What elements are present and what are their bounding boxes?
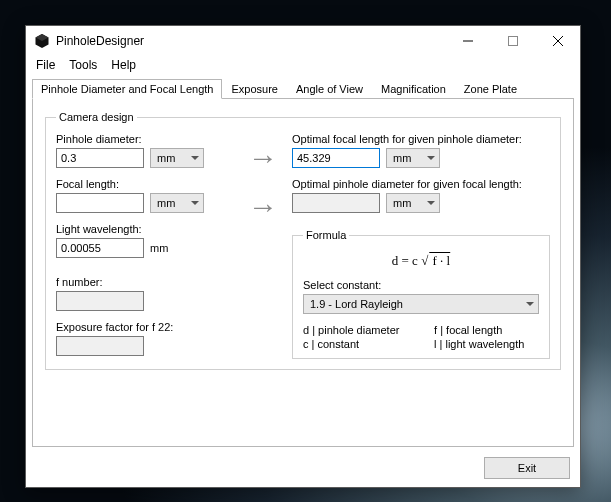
footer: Exit <box>26 453 580 487</box>
formula-legend-grid: d | pinhole diameter f | focal length c … <box>303 324 539 350</box>
output-optimal-focal[interactable] <box>292 148 380 168</box>
legend-f: f | focal length <box>434 324 539 336</box>
select-constant[interactable]: 1.9 - Lord Rayleigh <box>303 294 539 314</box>
tab-pinhole-diameter[interactable]: Pinhole Diameter and Focal Length <box>32 79 222 99</box>
menubar: File Tools Help <box>26 56 580 76</box>
camera-design-group: Camera design Pinhole diameter: mm Focal… <box>45 111 561 370</box>
tab-magnification[interactable]: Magnification <box>372 79 455 99</box>
menu-help[interactable]: Help <box>111 58 136 72</box>
input-light-wavelength[interactable] <box>56 238 144 258</box>
chevron-down-icon <box>526 302 534 306</box>
output-f-number <box>56 291 144 311</box>
tab-zone-plate[interactable]: Zone Plate <box>455 79 526 99</box>
input-focal-length[interactable] <box>56 193 144 213</box>
chevron-down-icon <box>427 156 435 160</box>
unit-pinhole-diameter[interactable]: mm <box>150 148 204 168</box>
close-button[interactable] <box>535 26 580 56</box>
minimize-button[interactable] <box>445 26 490 56</box>
label-focal-length: Focal length: <box>56 178 234 190</box>
chevron-down-icon <box>191 201 199 205</box>
tab-angle-of-view[interactable]: Angle of View <box>287 79 372 99</box>
tabstrip: Pinhole Diameter and Focal Length Exposu… <box>26 76 580 98</box>
chevron-down-icon <box>191 156 199 160</box>
exit-button[interactable]: Exit <box>484 457 570 479</box>
formula-equation: d = c √ f · l <box>303 253 539 269</box>
chevron-down-icon <box>427 201 435 205</box>
unit-optimal-focal[interactable]: mm <box>386 148 440 168</box>
output-exposure-factor <box>56 336 144 356</box>
unit-light-wavelength: mm <box>150 242 168 254</box>
label-optimal-focal: Optimal focal length for given pinhole d… <box>292 133 550 145</box>
maximize-icon <box>508 36 518 46</box>
window-title: PinholeDesigner <box>56 34 144 48</box>
minimize-icon <box>463 36 473 46</box>
label-select-constant: Select constant: <box>303 279 539 291</box>
app-window: PinholeDesigner File Tools Help Pinhole … <box>25 25 581 488</box>
formula-group: Formula d = c √ f · l Select constant: 1… <box>292 229 550 359</box>
select-constant-value: 1.9 - Lord Rayleigh <box>310 298 403 310</box>
label-exposure-factor: Exposure factor for f 22: <box>56 321 234 333</box>
arrow-right-icon: → <box>248 148 278 168</box>
legend-c: c | constant <box>303 338 414 350</box>
tab-exposure[interactable]: Exposure <box>222 79 286 99</box>
legend-l: l | light wavelength <box>434 338 539 350</box>
label-light-wavelength: Light wavelength: <box>56 223 234 235</box>
label-f-number: f number: <box>56 276 234 288</box>
unit-optimal-diameter[interactable]: mm <box>386 193 440 213</box>
close-icon <box>553 36 563 46</box>
input-pinhole-diameter[interactable] <box>56 148 144 168</box>
app-icon <box>34 33 50 49</box>
tab-panel: Camera design Pinhole diameter: mm Focal… <box>32 98 574 447</box>
menu-tools[interactable]: Tools <box>69 58 97 72</box>
formula-legend: Formula <box>303 229 349 241</box>
maximize-button[interactable] <box>490 26 535 56</box>
svg-rect-3 <box>508 37 517 46</box>
menu-file[interactable]: File <box>36 58 55 72</box>
camera-design-legend: Camera design <box>56 111 137 123</box>
titlebar[interactable]: PinholeDesigner <box>26 26 580 56</box>
unit-focal-length[interactable]: mm <box>150 193 204 213</box>
legend-d: d | pinhole diameter <box>303 324 414 336</box>
output-optimal-diameter <box>292 193 380 213</box>
label-optimal-diameter: Optimal pinhole diameter for given focal… <box>292 178 550 190</box>
arrow-right-icon: → <box>248 197 278 217</box>
label-pinhole-diameter: Pinhole diameter: <box>56 133 234 145</box>
